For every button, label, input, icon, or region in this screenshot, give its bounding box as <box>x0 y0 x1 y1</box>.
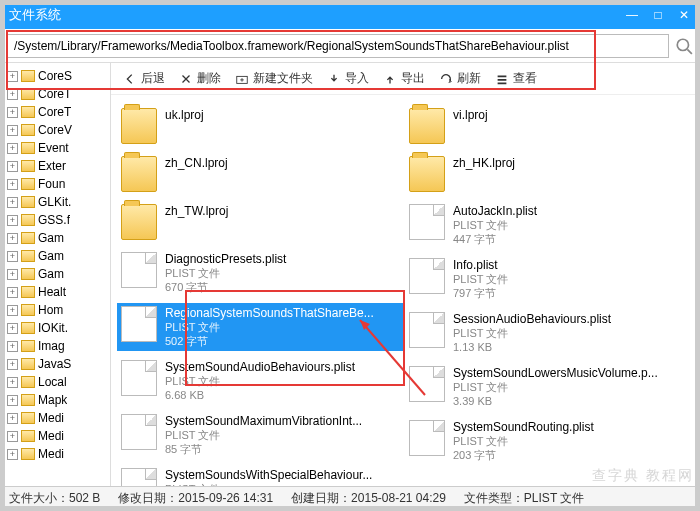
close-icon[interactable]: ✕ <box>677 8 691 22</box>
titlebar: 文件系统 — □ ✕ <box>1 1 699 29</box>
expand-icon[interactable]: + <box>7 269 18 280</box>
tree-item[interactable]: +Foun <box>1 175 110 193</box>
path-input[interactable] <box>7 34 669 58</box>
tree-item[interactable]: +Medi <box>1 427 110 445</box>
file-item[interactable]: DiagnosticPresets.plistPLIST 文件670 字节 <box>117 249 405 297</box>
folder-icon <box>21 196 35 208</box>
expand-icon[interactable]: + <box>7 341 18 352</box>
expand-icon[interactable]: + <box>7 179 18 190</box>
expand-icon[interactable]: + <box>7 233 18 244</box>
tree-item[interactable]: +GSS.f <box>1 211 110 229</box>
tree-label: CoreT <box>38 105 71 119</box>
expand-icon[interactable]: + <box>7 431 18 442</box>
view-button[interactable]: 查看 <box>495 70 537 87</box>
expand-icon[interactable]: + <box>7 305 18 316</box>
item-name: SessionAudioBehaviours.plist <box>453 312 689 326</box>
tree-item[interactable]: +Gam <box>1 265 110 283</box>
folder-item[interactable]: uk.lproj <box>117 105 405 147</box>
file-item[interactable]: RegionalSystemSoundsThatShareBe...PLIST … <box>117 303 405 351</box>
expand-icon[interactable]: + <box>7 377 18 388</box>
tree-item[interactable]: +IOKit. <box>1 319 110 337</box>
tree-item[interactable]: +CoreV <box>1 121 110 139</box>
folder-item[interactable]: vi.lproj <box>405 105 693 147</box>
file-pane[interactable]: uk.lprojzh_CN.lprojzh_TW.lprojDiagnostic… <box>111 95 699 486</box>
expand-icon[interactable]: + <box>7 125 18 136</box>
new-folder-button[interactable]: 新建文件夹 <box>235 70 313 87</box>
tree-label: Healt <box>38 285 66 299</box>
expand-icon[interactable]: + <box>7 251 18 262</box>
tree-item[interactable]: +CoreT <box>1 85 110 103</box>
folder-icon <box>21 142 35 154</box>
folder-icon <box>21 376 35 388</box>
tree-label: Gam <box>38 267 64 281</box>
export-button[interactable]: 导出 <box>383 70 425 87</box>
folder-icon <box>21 340 35 352</box>
expand-icon[interactable]: + <box>7 197 18 208</box>
tree-item[interactable]: +Healt <box>1 283 110 301</box>
tree-item[interactable]: +Event <box>1 139 110 157</box>
item-size: 85 字节 <box>165 442 401 456</box>
tree-item[interactable]: +CoreT <box>1 103 110 121</box>
item-type: PLIST 文件 <box>165 266 401 280</box>
expand-icon[interactable]: + <box>7 89 18 100</box>
tree-item[interactable]: +Imag <box>1 337 110 355</box>
folder-icon <box>409 108 445 144</box>
tree-label: Gam <box>38 231 64 245</box>
item-size: 6.68 KB <box>165 388 401 402</box>
expand-icon[interactable]: + <box>7 215 18 226</box>
item-type: PLIST 文件 <box>165 320 401 334</box>
maximize-icon[interactable]: □ <box>651 8 665 22</box>
folder-icon <box>21 160 35 172</box>
folder-icon <box>21 88 35 100</box>
expand-icon[interactable]: + <box>7 71 18 82</box>
delete-button[interactable]: 删除 <box>179 70 221 87</box>
expand-icon[interactable]: + <box>7 161 18 172</box>
file-item[interactable]: AutoJackIn.plistPLIST 文件447 字节 <box>405 201 693 249</box>
file-item[interactable]: SystemSoundLowersMusicVolume.p...PLIST 文… <box>405 363 693 411</box>
file-item[interactable]: SystemSoundsWithSpecialBehaviour...PLIST… <box>117 465 405 486</box>
status-bar: 文件大小：502 B 修改日期：2015-09-26 14:31 创建日期：20… <box>1 486 699 510</box>
folder-icon <box>121 204 157 240</box>
item-name: AutoJackIn.plist <box>453 204 689 218</box>
tree-item[interactable]: +GLKit. <box>1 193 110 211</box>
refresh-button[interactable]: 刷新 <box>439 70 481 87</box>
tree-item[interactable]: +JavaS <box>1 355 110 373</box>
expand-icon[interactable]: + <box>7 395 18 406</box>
item-type: PLIST 文件 <box>453 326 689 340</box>
search-icon[interactable] <box>675 37 693 55</box>
tree-item[interactable]: +Local <box>1 373 110 391</box>
folder-item[interactable]: zh_CN.lproj <box>117 153 405 195</box>
expand-icon[interactable]: + <box>7 449 18 460</box>
back-button[interactable]: 后退 <box>123 70 165 87</box>
file-item[interactable]: SystemSoundRouting.plistPLIST 文件203 字节 <box>405 417 693 465</box>
window-title: 文件系统 <box>9 6 61 24</box>
minimize-icon[interactable]: — <box>625 8 639 22</box>
file-item[interactable]: SystemSoundMaximumVibrationInt...PLIST 文… <box>117 411 405 459</box>
item-type: PLIST 文件 <box>165 482 401 486</box>
tree-item[interactable]: +Hom <box>1 301 110 319</box>
folder-icon <box>21 214 35 226</box>
file-item[interactable]: Info.plistPLIST 文件797 字节 <box>405 255 693 303</box>
tree-item[interactable]: +Mapk <box>1 391 110 409</box>
tree-label: GSS.f <box>38 213 70 227</box>
tree-item[interactable]: +CoreS <box>1 67 110 85</box>
folder-tree[interactable]: +CoreS+CoreT+CoreT+CoreV+Event+Exter+Fou… <box>1 63 111 486</box>
expand-icon[interactable]: + <box>7 323 18 334</box>
folder-item[interactable]: zh_TW.lproj <box>117 201 405 243</box>
expand-icon[interactable]: + <box>7 107 18 118</box>
tree-item[interactable]: +Medi <box>1 445 110 463</box>
tree-item[interactable]: +Gam <box>1 247 110 265</box>
expand-icon[interactable]: + <box>7 143 18 154</box>
tree-item[interactable]: +Gam <box>1 229 110 247</box>
expand-icon[interactable]: + <box>7 359 18 370</box>
file-item[interactable]: SessionAudioBehaviours.plistPLIST 文件1.13… <box>405 309 693 357</box>
item-size: 447 字节 <box>453 232 689 246</box>
tree-item[interactable]: +Medi <box>1 409 110 427</box>
folder-item[interactable]: zh_HK.lproj <box>405 153 693 195</box>
tree-label: Foun <box>38 177 65 191</box>
tree-item[interactable]: +Exter <box>1 157 110 175</box>
file-item[interactable]: SystemSoundAudioBehaviours.plistPLIST 文件… <box>117 357 405 405</box>
expand-icon[interactable]: + <box>7 287 18 298</box>
expand-icon[interactable]: + <box>7 413 18 424</box>
import-button[interactable]: 导入 <box>327 70 369 87</box>
